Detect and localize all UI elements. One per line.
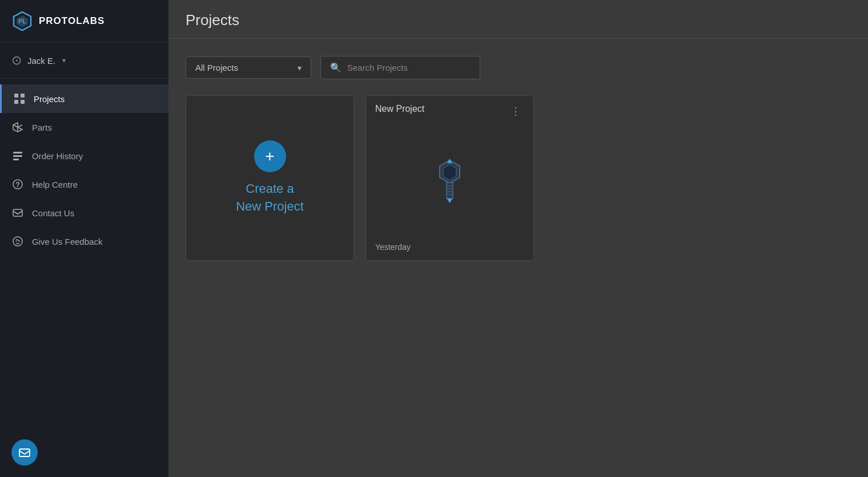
grid-icon (13, 92, 26, 105)
svg-rect-8 (13, 152, 22, 153)
user-avatar-icon: ⊙ (11, 53, 22, 68)
user-name: Jack E. (27, 56, 55, 66)
sidebar: PL PROTOLABS ⊙ Jack E. ▾ Projects (0, 0, 168, 477)
svg-point-16 (19, 241, 20, 242)
project-date: Yesterday (375, 242, 411, 252)
user-area[interactable]: ⊙ Jack E. ▾ (0, 43, 168, 79)
sidebar-item-give-feedback[interactable]: Give Us Feedback (0, 227, 168, 256)
project-illustration-icon (428, 157, 471, 203)
sidebar-item-projects[interactable]: Projects (0, 84, 168, 113)
sidebar-item-give-feedback-label: Give Us Feedback (32, 237, 102, 246)
all-projects-dropdown[interactable]: All Projects ▾ (186, 56, 311, 79)
main-content: Projects All Projects ▾ 🔍 + Create a New… (168, 0, 868, 477)
svg-rect-3 (14, 94, 18, 98)
project-card-footer: Yesterday (375, 242, 524, 252)
logo-text: PROTOLABS (39, 15, 105, 27)
protolabs-logo-icon: PL (11, 10, 33, 32)
filter-row: All Projects ▾ 🔍 (186, 56, 851, 79)
svg-rect-9 (13, 155, 22, 157)
sidebar-item-help-centre-label: Help Centre (32, 180, 78, 189)
dropdown-selected-value: All Projects (195, 63, 238, 72)
user-chevron-icon: ▾ (62, 56, 66, 64)
project-card-header: New Project ⋮ (375, 104, 524, 119)
svg-rect-13 (13, 209, 22, 216)
svg-point-15 (16, 241, 17, 242)
svg-rect-17 (19, 449, 30, 456)
contact-icon (11, 207, 24, 219)
sidebar-nav: Projects Parts Order History (0, 79, 168, 477)
svg-marker-27 (447, 199, 452, 203)
sidebar-item-contact-us[interactable]: Contact Us (0, 199, 168, 227)
content-area: All Projects ▾ 🔍 + Create a New Project (168, 39, 868, 477)
sidebar-item-contact-us-label: Contact Us (32, 208, 74, 218)
sidebar-item-projects-label: Projects (34, 94, 65, 104)
logo-area: PL PROTOLABS (0, 0, 168, 43)
search-input[interactable] (347, 63, 471, 72)
dropdown-chevron-icon: ▾ (298, 63, 302, 72)
mail-chat-button[interactable] (11, 439, 38, 466)
more-options-button[interactable]: ⋮ (507, 104, 524, 119)
project-card-illustration (428, 119, 471, 242)
help-icon: ? (11, 178, 24, 191)
svg-rect-5 (14, 100, 18, 104)
project-card-name: New Project (375, 104, 424, 114)
svg-point-14 (13, 237, 22, 246)
svg-rect-10 (13, 159, 19, 160)
svg-rect-6 (21, 100, 25, 104)
create-card-label: Create a New Project (236, 180, 304, 216)
project-cards-row: + Create a New Project New Project ⋮ (186, 95, 851, 261)
page-header: Projects (168, 0, 868, 39)
svg-text:?: ? (15, 181, 19, 189)
sidebar-item-parts[interactable]: Parts (0, 113, 168, 142)
svg-rect-4 (21, 94, 25, 98)
sidebar-item-help-centre[interactable]: ? Help Centre (0, 170, 168, 199)
feedback-icon (11, 235, 24, 248)
sidebar-item-parts-label: Parts (32, 123, 52, 132)
page-title: Projects (186, 11, 851, 29)
create-new-project-card[interactable]: + Create a New Project (186, 95, 354, 261)
history-icon (11, 149, 24, 162)
search-icon: 🔍 (330, 62, 341, 73)
parts-icon (11, 121, 24, 134)
svg-rect-20 (447, 183, 453, 199)
sidebar-item-order-history-label: Order History (32, 151, 83, 161)
mail-icon (18, 446, 31, 459)
create-plus-icon: + (254, 140, 286, 172)
svg-text:PL: PL (18, 18, 26, 25)
project-card-new-project[interactable]: New Project ⋮ (365, 95, 534, 261)
sidebar-item-order-history[interactable]: Order History (0, 142, 168, 170)
search-box[interactable]: 🔍 (320, 56, 480, 79)
